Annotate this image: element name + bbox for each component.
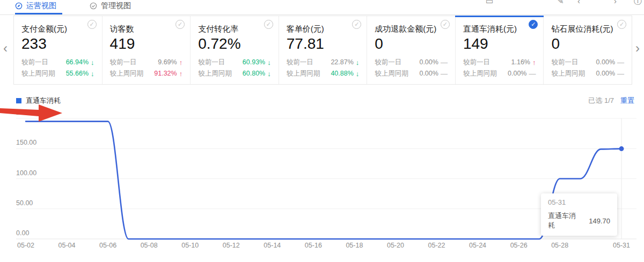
reset-link[interactable]: 重置 [620,96,634,104]
card-compare-rows: 较前一日0.00%—较上周同期0.00%— [551,57,624,79]
edit-icon[interactable]: ✎ [557,0,564,6]
x-tick-label: 05-08 [141,242,158,249]
x-tick-label: 05-12 [223,242,240,249]
next-period-icon[interactable]: › [614,0,617,5]
card-title: 支付金额(元) [21,24,94,34]
target-icon [90,2,97,10]
card-value: 419 [110,35,183,53]
tooltip-value: 149.70 [589,217,610,225]
card-title: 客单价(元) [287,24,360,34]
metric-card[interactable]: ✓ 直通车消耗(元) 149 较前一日1.16%↑较上周同期0.00%— [456,16,544,84]
card-compare-row: 较上周同期91.32%↑ [110,68,183,79]
tab-operations-view[interactable]: 运营视图 [15,1,56,11]
card-title: 直通车消耗(元) [463,24,536,34]
metric-card[interactable]: ✓ 钻石展位消耗(元) 0 较前一日0.00%—较上周同期0.00%— [544,16,632,84]
compare-value: 91.32%↑ [154,68,182,79]
chart-tooltip: 05-31 直通车消耗 149.70 [541,193,617,236]
compare-value: 55.66%↓ [66,68,94,79]
card-check-icon[interactable]: ✓ [529,20,538,29]
compare-label: 较上周同期 [21,68,55,79]
x-tick-label: 05-31 [613,242,630,249]
x-tick-label: 05-04 [58,242,76,249]
card-title: 访客数 [110,24,183,34]
info-icon[interactable]: ⓘ [634,0,642,6]
tab-label: 运营视图 [26,1,56,11]
card-check-icon[interactable]: ✓ [441,20,450,29]
tooltip-series: 直通车消耗 [548,211,577,230]
compare-label: 较前一日 [198,57,225,68]
card-compare-row: 较上周同期0.00%— [375,68,448,79]
compare-label: 较上周同期 [287,68,320,79]
last-point-dot [619,146,624,151]
metric-card[interactable]: ✓ 支付转化率 0.72% 较前一日60.93%↓较上周同期60.80%↓ [191,16,279,84]
compare-value: 60.80%↓ [243,68,271,79]
flat-arrow-icon: — [617,57,624,68]
up-arrow-icon: ↑ [179,68,183,79]
x-tick-label: 05-10 [181,242,199,249]
card-compare-rows: 较前一日66.94%↓较上周同期55.66%↓ [21,57,94,79]
card-compare-row: 较前一日0.00%— [551,57,624,68]
tooltip-row: 直通车消耗 149.70 [548,211,610,230]
compare-value: 60.93%↓ [243,57,271,68]
flat-arrow-icon: — [529,68,536,79]
chart-section: 0.0050.00100.00150.00200.0005-0205-0405-… [0,88,644,262]
card-compare-rows: 较前一日60.93%↓较上周同期60.80%↓ [198,57,271,79]
card-compare-rows: 较前一日22.87%↓较上周同期40.88%↓ [287,57,360,79]
legend-swatch [16,98,21,103]
metric-card[interactable]: ✓ 客单价(元) 77.81 较前一日22.87%↓较上周同期40.88%↓ [279,16,368,84]
compare-value: 22.87%↓ [331,57,359,68]
card-title: 钻石展位消耗(元) [551,24,624,34]
card-check-icon[interactable]: ✓ [87,20,97,29]
card-check-icon[interactable]: ✓ [264,20,273,29]
card-compare-row: 较上周同期0.00%— [551,68,624,79]
metric-card[interactable]: ✓ 支付金额(元) 233 较前一日66.94%↓较上周同期55.66%↓ [14,16,103,84]
compare-label: 较上周同期 [375,68,408,79]
card-compare-row: 较上周同期60.80%↓ [198,68,271,79]
date-range-icon[interactable]: ▭ [486,0,493,6]
compare-label: 较前一日 [110,57,137,68]
card-compare-rows: 较前一日9.69%↑较上周同期91.32%↑ [110,57,183,79]
dashboard: 运营视图 管理视图 ▭ ✎ ‹ › ⓘ ‹ › ✓ 支付金额(元) 233 较前… [0,0,644,262]
card-compare-rows: 较前一日1.16%↑较上周同期0.00%— [463,57,536,79]
card-compare-row: 较上周同期55.66%↓ [21,68,94,79]
card-title: 支付转化率 [198,24,271,34]
down-arrow-icon: ↓ [91,57,94,68]
compass-icon [15,2,23,10]
card-compare-row: 较前一日1.16%↑ [463,57,536,68]
metric-cards: ✓ 支付金额(元) 233 较前一日66.94%↓较上周同期55.66%↓ ✓ … [13,16,632,85]
up-arrow-icon: ↑ [179,57,183,68]
compare-value: 0.00%— [419,57,447,68]
y-tick-label: 100.00 [16,169,36,177]
cards-scroll-right-icon[interactable]: › [635,42,640,55]
card-compare-row: 较上周同期40.88%↓ [287,68,360,79]
card-check-icon[interactable]: ✓ [352,20,361,29]
card-value: 233 [21,35,94,53]
x-tick-label: 05-20 [387,242,404,249]
card-check-icon[interactable]: ✓ [617,20,626,29]
cards-scroll-left-icon[interactable]: ‹ [3,42,8,55]
x-tick-label: 05-22 [428,242,445,249]
card-value: 0 [551,35,624,53]
compare-label: 较上周同期 [110,68,144,79]
compare-label: 较前一日 [287,57,313,68]
compare-label: 较前一日 [21,57,48,68]
prev-period-icon[interactable]: ‹ [577,0,580,5]
selected-count: 已选 1/7 [588,96,614,104]
y-tick-label: 0.00 [16,229,29,237]
compare-value: 0.00%— [508,68,536,79]
card-check-icon[interactable]: ✓ [175,20,185,29]
flat-arrow-icon: — [441,68,448,79]
card-value: 0 [375,35,448,53]
tab-label: 管理视图 [101,1,131,11]
tab-management-view[interactable]: 管理视图 [90,1,131,11]
compare-value: 1.16%↑ [511,57,536,68]
compare-label: 较前一日 [375,57,401,68]
card-compare-row: 较前一日9.69%↑ [110,57,183,68]
red-arrow-annotation [0,103,64,123]
compare-label: 较前一日 [463,57,490,68]
card-compare-row: 较上周同期0.00%— [463,68,536,79]
metric-card[interactable]: ✓ 访客数 419 较前一日9.69%↑较上周同期91.32%↑ [103,16,191,84]
chart-plot[interactable]: 0.0050.00100.00150.00200.0005-0205-0405-… [0,88,644,262]
tooltip-date: 05-31 [548,198,610,206]
metric-card[interactable]: ✓ 成功退款金额(元) 0 较前一日0.00%—较上周同期0.00%— [367,16,456,84]
